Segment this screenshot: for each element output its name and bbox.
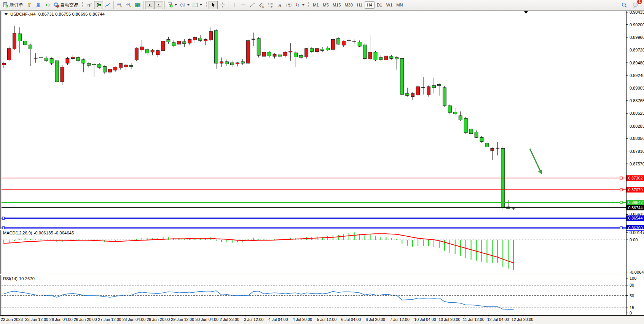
vertical-line-button[interactable] [230,1,239,9]
chart-title: USDCHF-,H4 0.86731 0.86755 0.86696 0.867… [5,12,105,16]
line-handle[interactable] [620,189,622,191]
line-handle[interactable] [620,177,622,179]
tile-windows-button[interactable] [133,1,142,9]
templates-button[interactable] [191,1,204,9]
candle [443,88,446,106]
periods-button[interactable] [179,1,191,9]
time-tick-label: 23 Jun 12:00 [25,317,48,322]
trendline-button[interactable] [248,1,257,9]
indicators-button[interactable] [166,1,179,9]
auto-scroll-button[interactable] [145,1,154,9]
zoom-out-icon [126,2,131,8]
candle [284,52,287,56]
text-button[interactable]: A [275,1,284,9]
price-tick-label: 0.89480 [630,61,644,65]
button-label: D1 [377,3,382,7]
crosshair-button[interactable] [218,1,227,9]
rsi-name: RSI(14) [3,276,18,281]
timeframe-m1[interactable]: M1 [311,1,321,9]
macd-panel[interactable] [2,230,626,273]
timeframe-m5[interactable]: M5 [321,1,331,9]
timeframe-m30[interactable]: M30 [343,1,354,9]
search-button[interactable] [620,1,629,9]
candle [300,55,303,58]
horizontal-line-button[interactable] [239,1,248,9]
candle [246,40,250,63]
candle [124,65,128,67]
chart-dropdown-icon[interactable] [5,13,8,15]
price-tag-label: 0.87302 [628,176,643,180]
price-tick-label: 0.87810 [630,149,644,154]
candle [416,87,420,95]
price-tag-label: 0.87079 [628,188,643,192]
button-label: H4 [367,3,372,7]
time-tick-label: 2 Jul 23:00 [220,317,239,322]
time-tick-label: 12 Jul 20:00 [512,317,533,322]
button-label: M15 [333,3,341,7]
time-tick-label: 7 Jul 12:00 [390,317,410,322]
text-label-button[interactable]: T [284,1,293,9]
candle [368,52,372,59]
timeframe-h4[interactable]: H4 [365,1,375,9]
signals-button[interactable] [43,1,52,9]
zoom-in-button[interactable] [115,1,124,9]
bar-chart-button[interactable] [85,1,94,9]
candlestick-button[interactable] [94,1,103,9]
price-tick-label: 0.90200 [630,22,644,27]
channel-icon: E [259,2,264,8]
label-icon: T [286,2,292,8]
toolbar-grip[interactable] [308,2,310,8]
candle [29,45,32,49]
candle [427,87,430,95]
news-button[interactable] [25,1,34,9]
cursor-button[interactable] [209,1,218,9]
timeframe-d1[interactable]: D1 [375,1,384,9]
equidistant-channel-button[interactable]: E [257,1,266,9]
chart-shift-button[interactable] [154,1,163,9]
candle [379,58,383,60]
toolbar-grip[interactable] [82,2,84,8]
crosshair-icon [220,2,225,8]
candle [252,39,255,39]
line-chart-button[interactable] [103,1,112,9]
timeframe-mn[interactable]: MN [394,1,405,9]
community-button[interactable] [34,1,43,9]
toolbar-grip[interactable] [206,2,207,8]
auto-trading-button[interactable]: 自动交易 [52,1,80,9]
search-icon [622,2,627,8]
candle [55,61,59,82]
main-chart-area[interactable] [2,11,626,228]
macd-tick-label: -0.006497 [630,270,644,274]
timeframe-h1[interactable]: H1 [355,1,365,9]
chart-canvas[interactable]: 0.904350.902000.899600.897200.894800.892… [0,0,644,324]
candle [400,59,404,95]
timeframe-m15[interactable]: M15 [331,1,343,9]
line-handle[interactable] [620,201,622,204]
fibonacci-button[interactable]: F [266,1,275,9]
candle [77,58,80,61]
candle [220,62,223,63]
time-tick-label: 10 Jul 04:00 [414,317,436,322]
zoom-out-button[interactable] [124,1,133,9]
time-tick-label: 4 Jul 20:00 [293,317,312,322]
candle [61,67,64,82]
chevron-down-icon [175,4,177,6]
candle [294,53,298,57]
candle [23,41,27,45]
rsi-panel[interactable] [2,275,626,315]
line-handle[interactable] [2,217,5,219]
time-tick-label: 30 Jun 04:00 [195,317,218,322]
chevron-down-icon [200,4,202,6]
notifications-button[interactable]: 1 [631,1,640,9]
candle [326,48,329,50]
line-handle[interactable] [2,227,5,229]
price-tag: 0.86744 [626,205,644,210]
line-handle[interactable] [620,227,622,229]
zoom-in-icon [117,2,122,8]
timeframe-w1[interactable]: W1 [384,1,395,9]
arrows-button[interactable] [293,1,306,9]
new-order-button[interactable]: 新订单 [2,1,25,9]
time-tick-label: 4 Jul 04:00 [268,317,288,322]
price-tag: 0.87079 [626,187,644,192]
time-tick-label: 27 Jun 12:00 [98,317,121,322]
